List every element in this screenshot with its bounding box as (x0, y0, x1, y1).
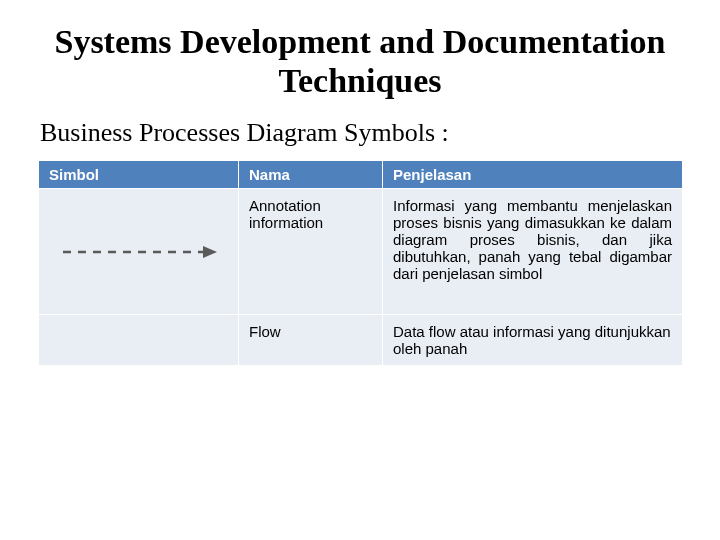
page-title: Systems Development and Documentation Te… (38, 22, 682, 100)
name-cell: Flow (239, 315, 383, 366)
symbol-cell (39, 189, 239, 315)
header-simbol: Simbol (39, 161, 239, 189)
name-cell: Annotation information (239, 189, 383, 315)
desc-cell: Informasi yang membantu menjelaskan pros… (383, 189, 683, 315)
desc-cell: Data flow atau informasi yang ditunjukka… (383, 315, 683, 366)
header-nama: Nama (239, 161, 383, 189)
header-penjelasan: Penjelasan (383, 161, 683, 189)
dashed-arrow-icon (61, 242, 221, 262)
symbol-cell (39, 315, 239, 366)
table-row: Flow Data flow atau informasi yang ditun… (39, 315, 683, 366)
symbols-table: Simbol Nama Penjelasan Annotation inform… (38, 160, 683, 366)
page-subtitle: Business Processes Diagram Symbols : (40, 118, 682, 148)
slide: Systems Development and Documentation Te… (0, 0, 720, 540)
table-row: Annotation information Informasi yang me… (39, 189, 683, 315)
table-header-row: Simbol Nama Penjelasan (39, 161, 683, 189)
svg-marker-1 (203, 246, 217, 258)
